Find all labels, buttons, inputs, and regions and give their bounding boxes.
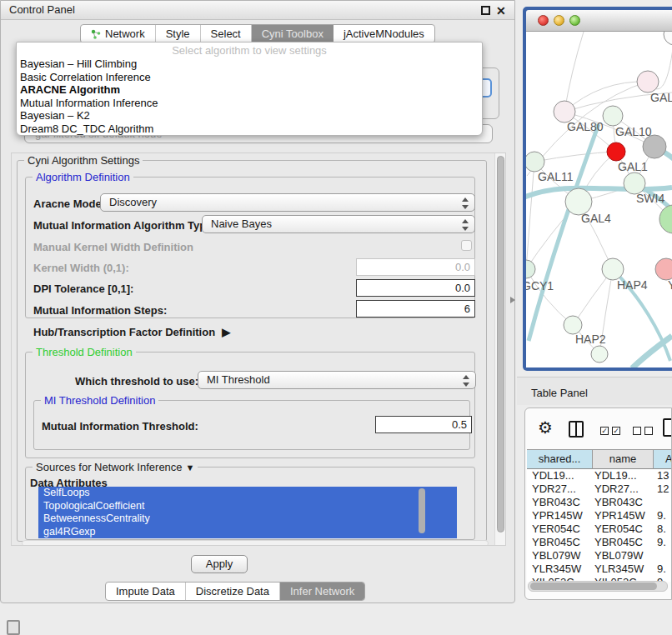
sources-group-title[interactable]: Sources for Network Inference▼ bbox=[33, 461, 198, 473]
hub-expander[interactable]: Hub/Transcription Factor Definition▶ bbox=[33, 326, 230, 338]
zoom-traffic-light-icon[interactable] bbox=[569, 15, 580, 26]
close-traffic-light-icon[interactable] bbox=[538, 15, 549, 26]
network-node[interactable] bbox=[637, 71, 659, 92]
data-attribute-item[interactable]: TopologicalCoefficient bbox=[38, 500, 457, 513]
table-panel-window: ⚙ ✓ ✓ shared... name A YDL19...YDL19...1… bbox=[524, 408, 672, 600]
table-cell: YBR045C bbox=[593, 536, 654, 549]
mi-steps-value: 6 bbox=[464, 302, 470, 315]
network-node-label: GAL10 bbox=[615, 125, 652, 138]
tab-jactivemnodules[interactable]: jActiveMNodules bbox=[333, 25, 434, 42]
algorithm-option[interactable]: Dream8 DC_TDC Algorithm bbox=[17, 122, 482, 136]
data-attribute-item[interactable]: gal4RGexp bbox=[38, 526, 457, 539]
tab-discretize-data[interactable]: Discretize Data bbox=[186, 582, 280, 600]
tab-select[interactable]: Select bbox=[201, 25, 252, 42]
gear-icon[interactable]: ⚙ bbox=[538, 419, 553, 436]
tab-label: Style bbox=[166, 25, 190, 42]
tab-label: Cyni Toolbox bbox=[262, 25, 323, 42]
scrollbar-thumb[interactable] bbox=[530, 582, 657, 590]
table-row[interactable]: YLR345WYLR345W9. bbox=[527, 562, 672, 576]
table-hscrollbar[interactable] bbox=[528, 581, 668, 592]
network-node[interactable] bbox=[564, 316, 582, 334]
dpi-tolerance-field[interactable]: 0.0 bbox=[356, 279, 475, 297]
data-attribute-item[interactable]: BetweennessCentrality bbox=[38, 512, 457, 526]
network-node-label: GAL80 bbox=[567, 120, 604, 133]
expander-right-icon[interactable]: ▶ bbox=[222, 326, 230, 338]
combo-spinner-icon bbox=[461, 219, 469, 231]
apply-button[interactable]: Apply bbox=[191, 555, 248, 573]
tab-label: jActiveMNodules bbox=[344, 25, 424, 42]
table-row[interactable]: YBL079WYBL079W bbox=[527, 549, 672, 562]
kernel-width-value: 0.0 bbox=[455, 261, 470, 273]
attributes-scrollbar[interactable] bbox=[419, 488, 427, 537]
settings-scroll-viewport: Cyni Algorithm Settings Algorithm Defini… bbox=[11, 152, 506, 546]
data-attribute-item[interactable]: SelfLoops bbox=[38, 487, 457, 500]
network-node[interactable] bbox=[591, 346, 608, 362]
partial-table-icon[interactable] bbox=[663, 418, 672, 437]
close-icon[interactable]: ✕ bbox=[496, 2, 506, 20]
manual-kernel-checkbox[interactable] bbox=[461, 240, 472, 251]
top-tabbar: Network Style Select Cyni Toolbox jActiv… bbox=[80, 24, 435, 43]
column-header-shared[interactable]: shared... bbox=[527, 449, 593, 469]
network-window-titlebar[interactable] bbox=[526, 10, 672, 32]
scrollbar-thumb[interactable] bbox=[497, 156, 504, 532]
settings-bottom-scrollbar[interactable] bbox=[22, 540, 489, 546]
network-node-label: HAP2 bbox=[575, 332, 606, 346]
settings-scrollbar[interactable] bbox=[494, 153, 506, 545]
data-attributes-list[interactable]: SelfLoopsTopologicalCoefficientBetweenne… bbox=[38, 487, 457, 538]
screen: Control Panel ✕ Network Style Select bbox=[0, 0, 672, 635]
table-row[interactable]: YPR145WYPR145W9. bbox=[527, 509, 672, 522]
mini-table-icon[interactable] bbox=[7, 620, 20, 635]
split-handle-arrow-icon[interactable] bbox=[510, 297, 515, 303]
algorithm-option[interactable]: ARACNE Algorithm bbox=[17, 83, 482, 97]
table-cell: YLR345W bbox=[527, 562, 593, 576]
column-header-partial[interactable]: A bbox=[654, 449, 672, 469]
network-node-label: GCY1 bbox=[526, 279, 554, 292]
tab-impute-data[interactable]: Impute Data bbox=[106, 582, 186, 600]
mi-type-combo[interactable]: Naive Bayes bbox=[202, 215, 475, 233]
network-node-label: SWI4 bbox=[636, 192, 664, 205]
manual-kernel-label: Manual Kernel Width Definition bbox=[33, 241, 193, 253]
split-columns-icon[interactable] bbox=[569, 421, 584, 438]
table-row[interactable]: YBR045CYBR045C9. bbox=[527, 536, 672, 549]
tab-infer-network[interactable]: Infer Network bbox=[280, 582, 364, 600]
network-node[interactable] bbox=[655, 258, 672, 280]
network-graph[interactable]: GALGAL80GAL10GAL1GAL11SWI4GAL4GCY1HAP4YH… bbox=[526, 32, 672, 368]
table-row[interactable]: YBR043CYBR043C bbox=[527, 496, 672, 509]
minimize-traffic-light-icon[interactable] bbox=[554, 15, 564, 26]
kernel-width-field[interactable]: 0.0 bbox=[356, 258, 475, 276]
algorithm-option[interactable]: Basic Correlation Inference bbox=[17, 71, 482, 84]
control-panel-titlebar[interactable]: Control Panel ✕ bbox=[1, 1, 514, 20]
tab-cyni-toolbox[interactable]: Cyni Toolbox bbox=[252, 25, 333, 42]
network-node[interactable] bbox=[603, 106, 623, 126]
checkbox-unchecked-icon[interactable] bbox=[633, 427, 641, 435]
network-node-label: GAL1 bbox=[618, 160, 648, 173]
which-threshold-combo[interactable]: MI Threshold bbox=[198, 371, 476, 389]
network-node[interactable] bbox=[602, 258, 624, 280]
checkbox-checked-icon[interactable]: ✓ bbox=[600, 427, 609, 435]
mi-steps-field[interactable]: 6 bbox=[356, 300, 475, 318]
table-cell: YER054C bbox=[593, 522, 654, 536]
network-node[interactable] bbox=[664, 32, 672, 45]
algorithm-option[interactable]: Mutual Information Inference bbox=[17, 97, 482, 110]
network-canvas[interactable]: GALGAL80GAL10GAL1GAL11SWI4GAL4GCY1HAP4YH… bbox=[526, 32, 672, 368]
network-node[interactable] bbox=[526, 152, 544, 172]
scrollbar-thumb[interactable] bbox=[419, 488, 425, 533]
table-row[interactable]: YDL19...YDL19...13 bbox=[527, 469, 672, 482]
mi-threshold-field[interactable]: 0.5 bbox=[375, 416, 472, 433]
network-node[interactable] bbox=[607, 142, 625, 161]
table-row[interactable]: YDR27...YDR27...12 bbox=[527, 482, 672, 496]
combo-spinner-icon bbox=[462, 375, 469, 387]
aracne-mode-combo[interactable]: Discovery bbox=[100, 193, 475, 212]
column-header-name[interactable]: name bbox=[593, 449, 654, 469]
collapse-down-icon[interactable]: ▼ bbox=[186, 462, 195, 472]
float-window-icon[interactable] bbox=[481, 6, 490, 15]
checkbox-unchecked-icon[interactable] bbox=[644, 427, 653, 435]
checkbox-checked-icon[interactable]: ✓ bbox=[612, 427, 620, 435]
network-node[interactable] bbox=[643, 135, 666, 158]
table-row[interactable]: YER054CYER054C8. bbox=[527, 522, 672, 536]
tab-style[interactable]: Style bbox=[156, 25, 201, 42]
tab-network[interactable]: Network bbox=[81, 25, 156, 42]
network-node[interactable] bbox=[526, 260, 535, 278]
algorithm-option[interactable]: Bayesian – K2 bbox=[17, 109, 482, 122]
algorithm-option[interactable]: Bayesian – Hill Climbing bbox=[17, 58, 482, 71]
